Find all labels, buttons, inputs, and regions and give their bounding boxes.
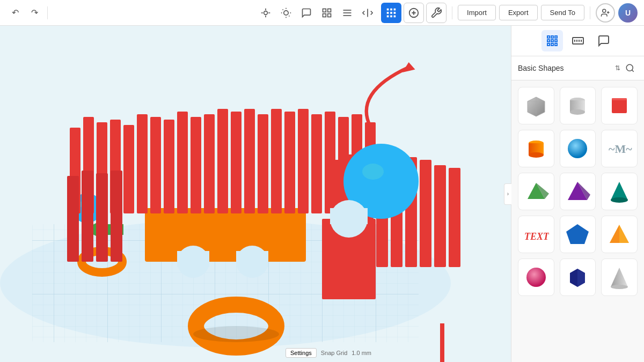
main-content: Settings Snap Grid 1.0 mm › [0,26,644,362]
svg-rect-22 [387,15,389,17]
svg-rect-19 [387,12,389,14]
svg-point-108 [570,109,585,115]
svg-rect-8 [323,9,326,12]
undo-redo-group: ↶ ↷ [6,4,43,21]
export-button[interactable]: Export [499,5,538,20]
svg-rect-71 [420,160,431,267]
grid-view-button[interactable] [381,3,401,23]
mirror-tool-button[interactable] [358,4,377,22]
svg-rect-53 [217,109,228,213]
svg-rect-24 [394,15,396,17]
svg-rect-90 [547,40,550,42]
chat-panel-button[interactable] [593,30,614,51]
svg-rect-51 [191,117,201,213]
svg-point-130 [611,285,628,289]
viewport[interactable]: Settings Snap Grid 1.0 mm [0,26,511,362]
svg-rect-52 [204,114,215,213]
svg-point-126 [526,268,546,287]
separator-1 [47,6,48,19]
shape-selector-row: Basic Shapes ⇅ [511,56,644,80]
svg-rect-94 [551,43,553,46]
svg-rect-87 [547,36,550,38]
svg-line-102 [632,70,633,71]
svg-rect-59 [298,109,309,213]
tools-view-button[interactable] [426,3,447,23]
settings-button[interactable]: Settings [286,348,317,358]
cone-gray-shape-item[interactable] [601,258,638,296]
svg-rect-92 [555,40,557,42]
svg-rect-89 [555,36,557,38]
svg-rect-46 [123,125,134,213]
svg-rect-60 [311,114,322,213]
basic-shapes-label: Basic Shapes [518,64,613,72]
shapes-panel-button[interactable] [541,30,563,51]
svg-point-75 [362,164,384,180]
svg-rect-82 [111,171,122,262]
svg-rect-73 [449,168,460,267]
redo-button[interactable]: ↷ [26,4,43,21]
svg-rect-16 [387,8,389,10]
shapes-view-button[interactable] [404,3,424,23]
svg-rect-80 [82,171,93,262]
add-user-button[interactable] [596,3,615,23]
svg-point-26 [603,9,606,12]
group-tool-button[interactable] [318,4,336,22]
import-button[interactable]: Import [458,5,496,20]
cylinder-gray-shape-item[interactable] [560,87,596,124]
svg-rect-39 [177,251,209,267]
svg-rect-49 [164,120,174,213]
text-shape-item[interactable]: TEXT [518,216,554,253]
svg-text:TEXT: TEXT [524,231,549,242]
svg-rect-109 [612,98,627,113]
send-to-button[interactable]: Send To [541,5,584,20]
svg-rect-81 [96,173,108,262]
svg-marker-129 [611,268,628,287]
svg-rect-78 [330,208,368,224]
user-avatar[interactable]: U [618,3,638,23]
panel-collapse-handle[interactable]: › [504,183,511,205]
shape-selector-arrow[interactable]: ⇅ [615,64,620,72]
svg-rect-9 [328,9,331,12]
align-tool-button[interactable] [338,4,356,22]
light-tool-button[interactable] [277,4,295,22]
svg-point-1 [284,10,288,14]
svg-marker-128 [577,269,585,287]
svg-rect-56 [258,114,268,213]
comment-tool-button[interactable] [297,4,316,22]
pyramid-green-shape-item[interactable] [518,173,554,210]
sphere-blue-shape-item[interactable] [560,130,596,167]
svg-line-5 [289,16,289,16]
cone-teal-shape-item[interactable] [601,173,638,210]
box-shape-item[interactable] [518,87,554,124]
camera-tool-button[interactable] [257,4,275,22]
pyramid-purple-shape-item[interactable] [560,173,596,210]
top-nav: ↶ ↷ [0,0,644,26]
ruler-panel-button[interactable] [567,30,589,51]
view-mode-icons [381,3,447,23]
svg-rect-10 [323,13,326,17]
svg-rect-47 [137,114,148,213]
svg-rect-84 [440,323,444,362]
svg-rect-88 [551,36,553,38]
svg-point-114 [568,139,587,158]
svg-text:~M~: ~M~ [609,142,632,156]
wavy-shape-item[interactable]: ~M~ [601,130,638,167]
cube-red-shape-item[interactable] [601,87,638,124]
pyramid-yellow-shape-item[interactable] [601,216,638,253]
svg-rect-91 [551,40,553,42]
svg-rect-72 [434,165,446,267]
search-shapes-button[interactable] [623,61,638,76]
pentagon-blue-shape-item[interactable] [560,216,596,253]
svg-rect-54 [231,112,241,213]
cylinder-orange-shape-item[interactable] [518,130,554,167]
svg-rect-21 [394,12,396,14]
svg-rect-18 [394,8,396,10]
sphere-pink-shape-item[interactable] [518,258,554,296]
svg-rect-55 [244,109,255,213]
undo-button[interactable]: ↶ [6,4,24,21]
svg-rect-17 [390,8,392,10]
box-darkblue-shape-item[interactable] [560,258,596,296]
svg-marker-125 [610,225,619,243]
nav-left: ↶ ↷ [6,4,377,22]
viewport-bottom-bar: Settings Snap Grid 1.0 mm [286,348,371,358]
